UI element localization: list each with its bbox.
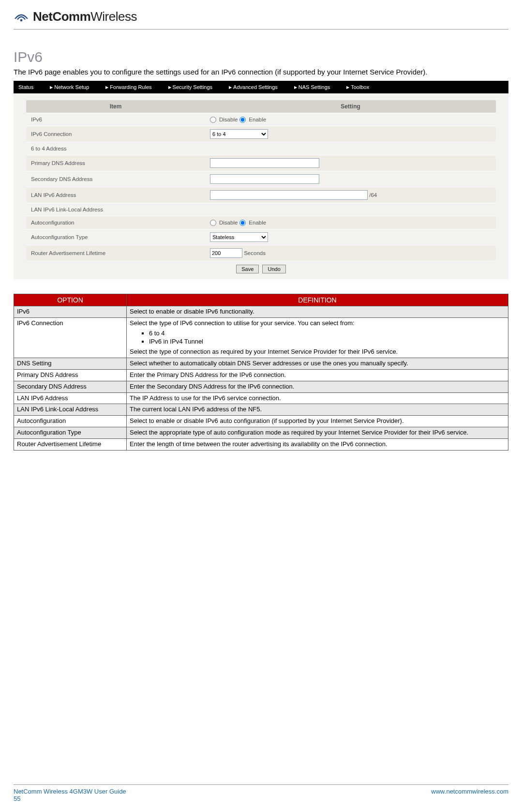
label-ra-lifetime: Router Advertisement Lifetime — [26, 247, 205, 259]
autoconfig-radio-group: Disable Enable — [205, 217, 496, 229]
brand-text-light: Wireless — [90, 9, 137, 24]
label-lan-ipv6: LAN IPv6 Address — [26, 189, 205, 201]
def-definition-cell: Enter the Secondary DNS Address for the … — [127, 381, 508, 392]
def-option-cell: Router Advertisement Lifetime — [14, 439, 127, 451]
row-autoconfig-type: Autoconfiguration Type Stateless — [26, 229, 496, 245]
def-definition-cell: Select the type of IPv6 connection to ut… — [127, 318, 508, 358]
nav-item-status[interactable]: Status — [18, 84, 33, 90]
definition-table: OPTION DEFINITION IPv6Select to enable o… — [14, 294, 508, 451]
nav-label: NAS Settings — [298, 84, 330, 90]
table-row: Secondary DNS AddressEnter the Secondary… — [14, 381, 508, 392]
page-footer: NetComm Wireless 4GM3W User Guide www.ne… — [14, 784, 508, 802]
ipv6-connection-select[interactable]: 6 to 4 — [210, 129, 268, 139]
ra-lifetime-unit: Seconds — [244, 250, 266, 256]
table-row: Autoconfiguration TypeSelect the appropr… — [14, 427, 508, 439]
nav-label: Toolbox — [351, 84, 369, 90]
row-lan-ipv6-link-local: LAN IPv6 Link-Local Address — [26, 203, 496, 216]
def-definition-cell: Select to enable or disable IPv6 auto co… — [127, 416, 508, 427]
footer-rule — [14, 784, 508, 785]
nav-item-security-settings[interactable]: ▶Security Settings — [168, 84, 213, 90]
nav-label: Advanced Settings — [233, 84, 278, 90]
table-row: IPv6Select to enable or disable IPv6 fun… — [14, 306, 508, 318]
svg-point-0 — [20, 19, 23, 22]
list-item: 6 to 4 — [149, 330, 505, 338]
table-row: LAN IPv6 Link-Local AddressThe current l… — [14, 404, 508, 416]
table-row: Primary DNS AddressEnter the Primary DNS… — [14, 369, 508, 381]
footer-left: NetComm Wireless 4GM3W User Guide — [14, 788, 126, 795]
brand-logo: NetCommWireless — [14, 9, 508, 24]
table-row: DNS SettingSelect whether to automatical… — [14, 358, 508, 369]
secondary-dns-input[interactable] — [210, 174, 319, 184]
button-row: Save Undo — [26, 261, 496, 274]
table-row: IPv6 ConnectionSelect the type of IPv6 c… — [14, 318, 508, 358]
row-primary-dns: Primary DNS Address — [26, 155, 496, 171]
nav-label: Security Settings — [173, 84, 213, 90]
router-admin-panel: Status▶Network Setup▶Forwarding Rules▶Se… — [14, 81, 508, 279]
ipv6-disable-label: Disable — [219, 117, 238, 122]
def-definition-cell: Select whether to automatically obtain D… — [127, 358, 508, 369]
def-bullet-list: 6 to 4IPv6 in IPv4 Tunnel — [130, 330, 505, 346]
nav-item-forwarding-rules[interactable]: ▶Forwarding Rules — [105, 84, 151, 90]
primary-dns-input[interactable] — [210, 158, 319, 168]
autoconfig-enable-radio[interactable] — [239, 220, 246, 226]
nav-item-nas-settings[interactable]: ▶NAS Settings — [294, 84, 330, 90]
settings-header-setting: Setting — [205, 100, 496, 113]
brand-text-bold: NetComm — [33, 9, 90, 24]
table-row: Router Advertisement LifetimeEnter the l… — [14, 439, 508, 451]
def-definition-cell: Select to enable or disable IPv6 functio… — [127, 306, 508, 318]
def-option-cell: Autoconfiguration — [14, 416, 127, 427]
caret-icon: ▶ — [168, 85, 171, 90]
ipv6-disable-radio[interactable] — [210, 117, 216, 123]
nav-item-network-setup[interactable]: ▶Network Setup — [50, 84, 89, 90]
label-lan-ipv6-link-local: LAN IPv6 Link-Local Address — [26, 204, 205, 215]
nav-item-toolbox[interactable]: ▶Toolbox — [346, 84, 369, 90]
undo-button[interactable]: Undo — [262, 265, 285, 273]
page-intro: The IPv6 page enables you to configure t… — [14, 67, 508, 77]
def-definition-cell: The IP Address to use for the IPv6 servi… — [127, 392, 508, 404]
save-button[interactable]: Save — [236, 265, 259, 273]
def-header-definition: DEFINITION — [127, 294, 508, 306]
label-secondary-dns: Secondary DNS Address — [26, 173, 205, 185]
def-option-cell: LAN IPv6 Address — [14, 392, 127, 404]
caret-icon: ▶ — [346, 85, 349, 90]
row-autoconfig: Autoconfiguration Disable Enable — [26, 216, 496, 229]
header-rule — [14, 29, 508, 30]
value-6to4-address — [205, 146, 496, 151]
list-item: IPv6 in IPv4 Tunnel — [149, 338, 505, 346]
footer-page-number: 55 — [14, 795, 508, 802]
label-ipv6: IPv6 — [26, 114, 205, 125]
row-6to4-address: 6 to 4 Address — [26, 142, 496, 155]
row-ipv6: IPv6 Disable Enable — [26, 113, 496, 126]
row-ra-lifetime: Router Advertisement Lifetime Seconds — [26, 245, 496, 261]
row-lan-ipv6: LAN IPv6 Address /64 — [26, 187, 496, 203]
nav-label: Status — [18, 84, 33, 90]
label-ipv6-connection: IPv6 Connection — [26, 128, 205, 140]
footer-right: www.netcommwireless.com — [431, 788, 508, 795]
settings-header-item: Item — [26, 100, 205, 113]
nav-item-advanced-settings[interactable]: ▶Advanced Settings — [229, 84, 278, 90]
ipv6-enable-label: Enable — [249, 117, 266, 122]
def-option-cell: DNS Setting — [14, 358, 127, 369]
table-row: LAN IPv6 AddressThe IP Address to use fo… — [14, 392, 508, 404]
lan-ipv6-suffix: /64 — [369, 192, 377, 198]
def-definition-cell: The current local LAN IPv6 address of th… — [127, 404, 508, 416]
def-option-cell: IPv6 Connection — [14, 318, 127, 358]
def-definition-cell: Select the appropriate type of auto conf… — [127, 427, 508, 439]
label-autoconfig-type: Autoconfiguration Type — [26, 231, 205, 243]
lan-ipv6-input[interactable] — [210, 190, 368, 200]
row-secondary-dns: Secondary DNS Address — [26, 171, 496, 187]
page-title: IPv6 — [14, 49, 508, 65]
navbar: Status▶Network Setup▶Forwarding Rules▶Se… — [14, 81, 508, 93]
nav-label: Network Setup — [54, 84, 89, 90]
autoconfig-disable-radio[interactable] — [210, 220, 216, 226]
autoconfig-type-select[interactable]: Stateless — [210, 232, 268, 242]
autoconfig-enable-label: Enable — [249, 220, 266, 226]
settings-header-row: Item Setting — [26, 100, 496, 113]
def-option-cell: Secondary DNS Address — [14, 381, 127, 392]
def-header-option: OPTION — [14, 294, 127, 306]
def-option-cell: IPv6 — [14, 306, 127, 318]
ra-lifetime-input[interactable] — [210, 248, 242, 258]
caret-icon: ▶ — [294, 85, 297, 90]
ipv6-enable-radio[interactable] — [239, 117, 246, 123]
caret-icon: ▶ — [229, 85, 232, 90]
